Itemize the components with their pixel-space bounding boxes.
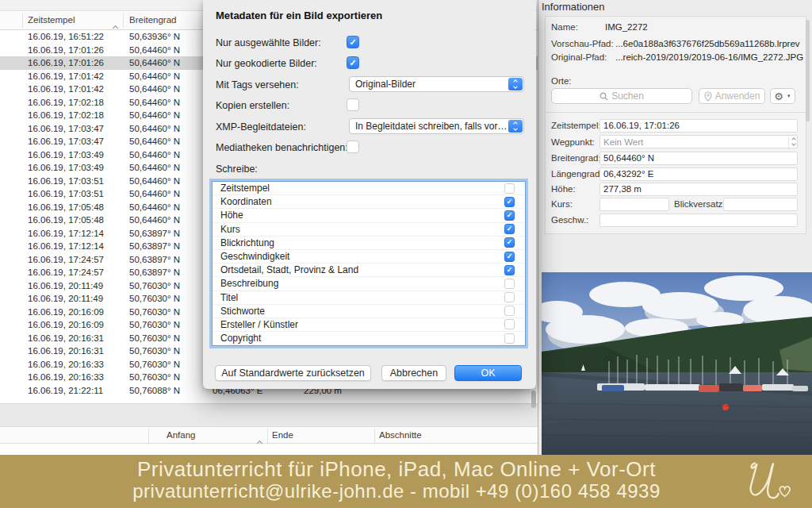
write-option-row[interactable]: Blickrichtung bbox=[213, 237, 525, 250]
write-option-checkbox[interactable] bbox=[504, 292, 515, 302]
write-option-checkbox[interactable] bbox=[504, 183, 515, 194]
lake-harbor-photo bbox=[542, 272, 812, 455]
write-label: Schreibe: bbox=[216, 164, 258, 175]
search-placeholder: Suchen bbox=[611, 90, 644, 102]
write-option-row[interactable]: Stichworte bbox=[213, 305, 525, 318]
original-path-label: Original-Pfad: bbox=[551, 52, 607, 62]
write-option-label: Geschwindigkeit bbox=[213, 251, 504, 262]
gear-icon: ⚙ bbox=[774, 90, 783, 102]
ulrike-john-logo bbox=[742, 457, 798, 506]
search-input[interactable]: Suchen bbox=[551, 88, 692, 104]
column-header-anfang[interactable]: Anfang bbox=[167, 430, 195, 440]
write-option-checkbox[interactable] bbox=[504, 265, 515, 275]
preview-path-value: ...6e0a188a3f637676f25db569a11268b.lrpre… bbox=[615, 39, 800, 48]
only-selected-checkbox[interactable] bbox=[347, 36, 359, 48]
wegpunkt-label: Wegpunkt: bbox=[551, 137, 595, 147]
places-label: Orte: bbox=[551, 76, 572, 86]
write-option-row[interactable]: Koordinaten bbox=[213, 195, 525, 209]
write-option-label: Kurs bbox=[213, 224, 504, 235]
write-option-checkbox[interactable] bbox=[504, 197, 515, 207]
write-option-label: Koordinaten bbox=[213, 196, 504, 207]
xmp-sidecar-select[interactable]: In Begleitdatei schreiben, falls vor… bbox=[349, 118, 524, 134]
only-selected-label: Nur ausgewählte Bilder: bbox=[216, 37, 321, 48]
geschw-label: Geschw.: bbox=[551, 215, 588, 225]
write-option-label: Stichworte bbox=[213, 306, 504, 317]
column-header-breitengrad[interactable]: Breitengrad bbox=[129, 15, 176, 25]
kurs-field[interactable] bbox=[599, 198, 669, 211]
write-option-checkbox[interactable] bbox=[504, 252, 515, 262]
column-header-zeitstempel[interactable]: Zeitstempel bbox=[28, 15, 75, 25]
tag-with-select[interactable]: Original-Bilder bbox=[349, 76, 524, 92]
geschw-field[interactable] bbox=[599, 214, 798, 227]
column-header-ende[interactable]: Ende bbox=[272, 430, 293, 440]
write-option-label: Ortsdetail, Stadt, Provinz & Land bbox=[213, 264, 504, 275]
cancel-button[interactable]: Abbrechen bbox=[381, 365, 446, 381]
stepper-icon bbox=[788, 136, 795, 148]
search-icon bbox=[599, 92, 608, 101]
write-option-row[interactable]: Höhe bbox=[213, 209, 525, 222]
write-option-label: Beschreibung bbox=[213, 278, 504, 289]
write-option-row[interactable]: Beschreibung bbox=[213, 277, 525, 291]
zeitstempel-label: Zeitstempel: bbox=[551, 121, 601, 130]
segments-table-header: Anfang Ende Abschnitte bbox=[0, 426, 538, 444]
actions-button[interactable]: ⚙▼ bbox=[770, 88, 795, 104]
preview-path-label: Vorschau-Pfad: bbox=[551, 39, 614, 48]
pin-icon bbox=[704, 91, 712, 102]
only-geocoded-label: Nur geokodierte Bilder: bbox=[216, 58, 317, 69]
write-option-row[interactable]: Copyright bbox=[213, 332, 525, 345]
banner-line1: Privatunterricht für iPhone, iPad, Mac O… bbox=[137, 457, 656, 482]
write-option-checkbox[interactable] bbox=[504, 279, 515, 289]
write-option-label: Blickrichtung bbox=[213, 237, 504, 248]
photo-preview bbox=[542, 272, 812, 455]
wegpunkt-value: Kein Wert bbox=[603, 137, 788, 147]
panel-scrollbar-thumb[interactable] bbox=[806, 20, 810, 121]
breitengrad-label: Breitengrad: bbox=[551, 153, 601, 163]
export-metadata-dialog: Metadaten für ein Bild exportieren Nur a… bbox=[203, 0, 536, 389]
info-panel-title: Informationen bbox=[542, 1, 605, 13]
xmp-sidecar-label: XMP-Begleitdateien: bbox=[216, 121, 306, 133]
name-label: Name: bbox=[551, 22, 578, 32]
table-footer-gap bbox=[0, 403, 538, 426]
vertical-scrollbar-thumb[interactable] bbox=[531, 391, 536, 408]
create-copies-checkbox[interactable] bbox=[347, 98, 359, 111]
write-options-list: Zeitstempel Koordinaten Höhe Kurs Blickr… bbox=[212, 181, 526, 346]
footer-banner: Privatunterricht für iPhone, iPad, Mac O… bbox=[0, 455, 812, 508]
name-value: IMG_2272 bbox=[605, 22, 648, 32]
column-header-abschnitte[interactable]: Abschnitte bbox=[379, 430, 422, 440]
write-option-row[interactable]: Zeitstempel bbox=[213, 182, 525, 195]
write-option-checkbox[interactable] bbox=[504, 306, 515, 316]
notify-libraries-label: Mediatheken benachrichtigen: bbox=[216, 142, 348, 153]
write-option-row[interactable]: Ortsdetail, Stadt, Provinz & Land bbox=[213, 264, 525, 277]
write-option-checkbox[interactable] bbox=[504, 224, 515, 234]
sort-asc-icon bbox=[258, 434, 262, 448]
kurs-label: Kurs: bbox=[551, 199, 573, 209]
breitengrad-field[interactable]: 50,64460° N bbox=[599, 152, 798, 165]
apply-button[interactable]: Anwenden bbox=[699, 88, 765, 104]
tag-with-label: Mit Tags versehen: bbox=[216, 79, 299, 90]
write-option-checkbox[interactable] bbox=[504, 210, 515, 221]
write-option-checkbox[interactable] bbox=[504, 319, 515, 329]
stepper-icon bbox=[508, 120, 523, 133]
notify-libraries-checkbox[interactable] bbox=[347, 140, 359, 153]
app-window: Zeitstempel Breitengrad 16.06.19, 16:51:… bbox=[0, 0, 812, 508]
laengengrad-field[interactable]: 06,43292° E bbox=[599, 167, 798, 181]
hoehe-field[interactable]: 277,38 m bbox=[599, 183, 798, 196]
write-option-label: Copyright bbox=[213, 333, 504, 344]
write-option-row[interactable]: Geschwindigkeit bbox=[213, 250, 525, 264]
blickversatz-field[interactable] bbox=[723, 198, 798, 211]
reset-defaults-button[interactable]: Auf Standardwerte zurücksetzen bbox=[215, 365, 371, 381]
write-option-label: Zeitstempel bbox=[213, 183, 504, 194]
dialog-title: Metadaten für ein Bild exportieren bbox=[216, 10, 382, 21]
only-geocoded-checkbox[interactable] bbox=[347, 56, 359, 69]
laengengrad-label: Längengrad: bbox=[551, 169, 603, 179]
original-path-value: ...reich-2019/2019/2019-06-16/IMG_2272.J… bbox=[615, 52, 803, 62]
write-option-row[interactable]: Ersteller / Künstler bbox=[213, 318, 525, 332]
write-option-row[interactable]: Kurs bbox=[213, 223, 525, 237]
write-option-checkbox[interactable] bbox=[504, 333, 515, 344]
ok-button[interactable]: OK bbox=[454, 365, 522, 381]
zeitstempel-field[interactable]: 16.06.19, 17:01:26 bbox=[599, 119, 798, 133]
blickversatz-label: Blickversatz: bbox=[674, 199, 726, 209]
write-option-row[interactable]: Titel bbox=[213, 291, 525, 305]
wegpunkt-select[interactable]: Kein Wert bbox=[599, 135, 798, 148]
write-option-checkbox[interactable] bbox=[504, 237, 515, 248]
